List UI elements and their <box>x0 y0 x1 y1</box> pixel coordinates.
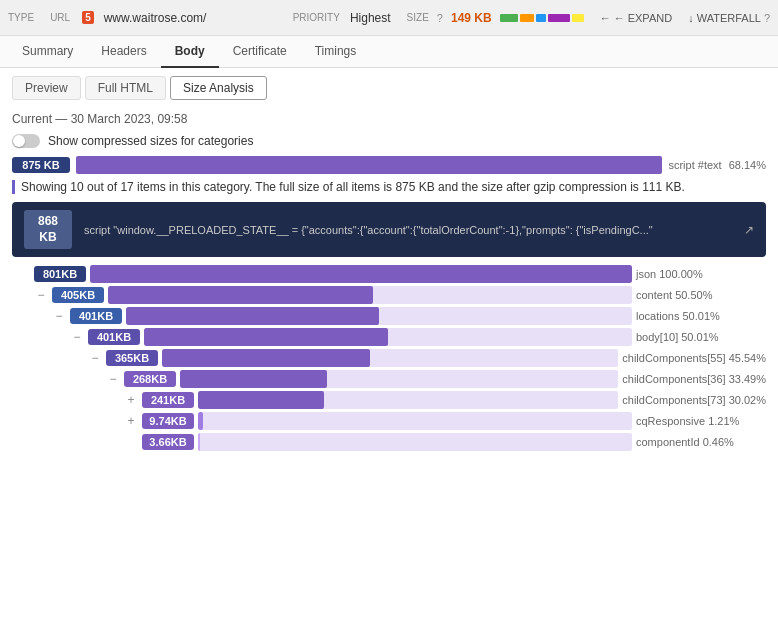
size-badge: 3.66KB <box>142 434 194 450</box>
sub-tab-fullhtml[interactable]: Full HTML <box>85 76 166 100</box>
expand-button[interactable]: − <box>52 309 66 323</box>
expand-button[interactable]: − <box>34 288 48 302</box>
info-text: Showing 10 out of 17 items in this categ… <box>12 180 766 194</box>
toggle-knob <box>13 135 25 147</box>
type-col: TYPE <box>8 12 34 23</box>
size-mini-bars <box>500 14 584 22</box>
url-col: URL 5 www.waitrose.com/ <box>50 11 277 25</box>
bar-track <box>90 265 632 283</box>
size-badge: 241KB <box>142 392 194 408</box>
bar-track <box>126 307 632 325</box>
external-link-icon[interactable]: ↗ <box>744 223 754 237</box>
bar-track <box>162 349 618 367</box>
bar-label: cqResponsive 1.21% <box>636 415 766 427</box>
bar-track <box>144 328 632 346</box>
script-size-line1: 868 <box>38 214 58 228</box>
sub-tab-sizeanalysis[interactable]: Size Analysis <box>170 76 267 100</box>
bar-track <box>198 433 632 451</box>
script-header: 868 KB script "window.__PRELOADED_STATE_… <box>12 202 766 257</box>
top-bar: TYPE URL 5 www.waitrose.com/ PRIORITY Hi… <box>0 0 778 36</box>
size-badge: 9.74KB <box>142 413 194 429</box>
size-badge: 401KB <box>70 308 122 324</box>
tabs-row: Summary Headers Body Certificate Timings <box>0 36 778 68</box>
html-icon: 5 <box>82 11 94 24</box>
data-row: 801KBjson 100.00% <box>12 265 766 283</box>
priority-label: PRIORITY <box>293 12 340 23</box>
data-row: −268KBchildComponents[36] 33.49% <box>12 370 766 388</box>
mini-bar-yellow <box>572 14 584 22</box>
sub-tab-preview[interactable]: Preview <box>12 76 81 100</box>
bar-fill <box>162 349 370 367</box>
bar-track <box>108 286 632 304</box>
priority-value: Highest <box>350 11 391 25</box>
size-col: SIZE ? 149 KB <box>407 11 584 25</box>
bar-track <box>198 391 618 409</box>
expand-button[interactable]: − <box>88 351 102 365</box>
bar-track <box>180 370 618 388</box>
tab-timings[interactable]: Timings <box>301 36 371 68</box>
top-kb-badge: 875 KB <box>12 157 70 173</box>
top-bar-label: script #text 68.14% <box>668 159 766 171</box>
bar-fill <box>108 286 373 304</box>
waterfall-help-icon: ? <box>764 12 770 24</box>
type-label: TYPE <box>8 12 34 23</box>
bar-fill <box>144 328 388 346</box>
current-info: Current — 30 March 2023, 09:58 <box>0 108 778 130</box>
rows-container: 801KBjson 100.00%−405KBcontent 50.50%−40… <box>12 265 766 451</box>
expand-label: ← EXPAND <box>614 12 672 24</box>
waterfall-text: ↓ WATERFALL <box>688 12 761 24</box>
size-value: 149 KB <box>451 11 492 25</box>
size-label: SIZE <box>407 12 429 23</box>
toggle-row: Show compressed sizes for categories <box>0 130 778 156</box>
top-bar-percent: 68.14% <box>729 159 766 171</box>
mini-bar-orange <box>520 14 534 22</box>
size-badge: 405KB <box>52 287 104 303</box>
script-size-line2: KB <box>39 230 56 244</box>
bar-fill <box>90 265 632 283</box>
bar-label: content 50.50% <box>636 289 766 301</box>
script-size-badge: 868 KB <box>24 210 72 249</box>
expand-button[interactable]: − <box>70 330 84 344</box>
sub-tabs-row: Preview Full HTML Size Analysis <box>0 68 778 108</box>
mini-bar-green <box>500 14 518 22</box>
expand-button[interactable]: + <box>124 414 138 428</box>
url-text: www.waitrose.com/ <box>104 11 207 25</box>
tab-certificate[interactable]: Certificate <box>219 36 301 68</box>
expand-arrow: ← <box>600 12 611 24</box>
bar-label: childComponents[36] 33.49% <box>622 373 766 385</box>
data-row: +241KBchildComponents[73] 30.02% <box>12 391 766 409</box>
bar-label: childComponents[55] 45.54% <box>622 352 766 364</box>
bar-label: json 100.00% <box>636 268 766 280</box>
expand-button[interactable]: − <box>106 372 120 386</box>
mini-bar-purple <box>548 14 570 22</box>
priority-col: PRIORITY Highest <box>293 11 391 25</box>
expand-button[interactable]: + <box>124 393 138 407</box>
bar-label: childComponents[73] 30.02% <box>622 394 766 406</box>
top-bar-label-name: script #text <box>668 159 721 171</box>
size-badge: 801KB <box>34 266 86 282</box>
top-bar-row: 875 KB script #text 68.14% <box>12 156 766 174</box>
data-row: −401KBlocations 50.01% <box>12 307 766 325</box>
url-label: URL <box>50 12 70 23</box>
toggle-label: Show compressed sizes for categories <box>48 134 253 148</box>
data-row: 3.66KBcomponentId 0.46% <box>12 433 766 451</box>
main-content: 875 KB script #text 68.14% Showing 10 ou… <box>0 156 778 466</box>
waterfall-label: ↓ WATERFALL ? <box>688 12 770 24</box>
bar-label: body[10] 50.01% <box>636 331 766 343</box>
mini-bar-blue <box>536 14 546 22</box>
data-row: −405KBcontent 50.50% <box>12 286 766 304</box>
size-badge: 401KB <box>88 329 140 345</box>
tab-headers[interactable]: Headers <box>87 36 160 68</box>
compressed-toggle[interactable] <box>12 134 40 148</box>
bar-fill <box>198 433 200 451</box>
top-kb-bar <box>76 156 662 174</box>
expand-link[interactable]: ← ← EXPAND <box>600 12 672 24</box>
bar-fill <box>180 370 327 388</box>
tab-body[interactable]: Body <box>161 36 219 68</box>
tab-summary[interactable]: Summary <box>8 36 87 68</box>
bar-fill <box>198 391 324 409</box>
data-row: +9.74KBcqResponsive 1.21% <box>12 412 766 430</box>
bar-fill <box>126 307 379 325</box>
bar-fill <box>198 412 203 430</box>
bar-label: componentId 0.46% <box>636 436 766 448</box>
